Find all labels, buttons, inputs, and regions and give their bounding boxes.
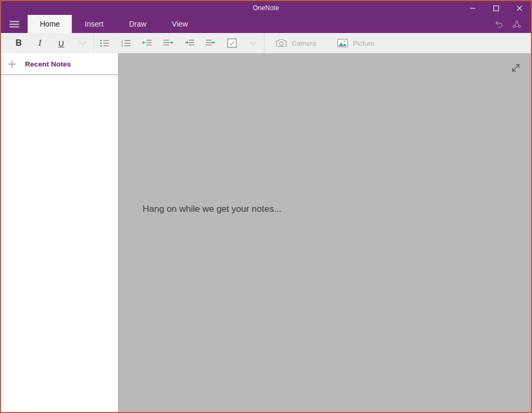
checkbox-icon: [227, 38, 237, 48]
svg-text:3: 3: [121, 44, 123, 47]
left-to-right-icon: [163, 39, 173, 47]
bold-button[interactable]: B: [8, 33, 29, 53]
bullet-list-button[interactable]: [94, 33, 115, 53]
italic-button[interactable]: I: [29, 33, 51, 53]
outdent-button[interactable]: [136, 33, 157, 53]
increase-indent-icon: [185, 39, 194, 47]
tab-insert-label: Insert: [85, 20, 103, 28]
tab-draw-label: Draw: [129, 20, 146, 28]
add-note-icon[interactable]: [8, 60, 16, 68]
notes-sidebar: Recent Notes: [1, 53, 119, 412]
notes-list: [1, 75, 118, 412]
underline-button[interactable]: U: [51, 33, 72, 53]
ltr-paragraph-button[interactable]: [157, 33, 179, 53]
note-canvas[interactable]: Hang on while we get your notes...: [119, 53, 531, 412]
sync-icon: [512, 20, 521, 28]
content-area: Recent Notes Hang on while we get your n…: [1, 53, 531, 412]
undo-button[interactable]: [489, 15, 508, 33]
onenote-window: OneNote Home: [0, 0, 532, 413]
title-bar: OneNote: [1, 1, 531, 15]
chevron-down-icon: [250, 41, 257, 45]
picture-icon: [337, 39, 348, 47]
maximize-icon: [493, 5, 499, 11]
ribbon-tab-bar: Home Insert Draw View: [1, 15, 531, 33]
tab-home-label: Home: [40, 20, 60, 28]
todo-tag-button[interactable]: [221, 33, 243, 53]
recent-notes-header[interactable]: Recent Notes: [1, 53, 118, 75]
chevron-down-icon: [79, 41, 86, 45]
bullet-list-icon: [100, 39, 109, 47]
underline-label: U: [59, 39, 64, 48]
numbered-list-button[interactable]: 1 2 3: [115, 33, 136, 53]
window-controls: [461, 1, 531, 15]
picture-button[interactable]: Picture: [326, 33, 384, 53]
undo-icon: [494, 20, 503, 28]
tab-view[interactable]: View: [159, 15, 201, 33]
tab-insert[interactable]: Insert: [72, 15, 116, 33]
bold-label: B: [15, 38, 22, 48]
italic-label: I: [38, 38, 41, 48]
hamburger-menu-button[interactable]: [1, 15, 28, 33]
camera-label: Camera: [292, 39, 316, 47]
maximize-button[interactable]: [484, 1, 508, 15]
minimize-button[interactable]: [461, 1, 484, 15]
font-options-dropdown[interactable]: [72, 33, 93, 53]
hamburger-icon: [10, 21, 19, 28]
close-icon: [517, 5, 522, 11]
tags-dropdown[interactable]: [243, 33, 264, 53]
sync-button[interactable]: [508, 15, 526, 33]
tabbar-right-actions: [489, 15, 531, 33]
rtl-paragraph-button[interactable]: [200, 33, 221, 53]
minimize-icon: [470, 5, 476, 11]
formatting-toolbar: B I U 1 2 3: [1, 33, 531, 53]
fullscreen-button[interactable]: [509, 61, 522, 75]
tab-draw[interactable]: Draw: [116, 15, 159, 33]
camera-icon: [276, 39, 287, 47]
recent-notes-label: Recent Notes: [25, 60, 71, 68]
right-to-left-icon: [206, 39, 215, 47]
window-title: OneNote: [1, 4, 531, 12]
decrease-indent-icon: [142, 39, 152, 47]
close-button[interactable]: [508, 1, 531, 15]
picture-label: Picture: [353, 39, 374, 47]
expand-icon: [511, 63, 521, 73]
tab-view-label: View: [172, 20, 188, 28]
numbered-list-icon: 1 2 3: [121, 39, 130, 47]
loading-message: Hang on while we get your notes...: [143, 204, 281, 214]
camera-button[interactable]: Camera: [264, 33, 326, 53]
tab-home[interactable]: Home: [28, 15, 72, 33]
indent-button[interactable]: [179, 33, 200, 53]
